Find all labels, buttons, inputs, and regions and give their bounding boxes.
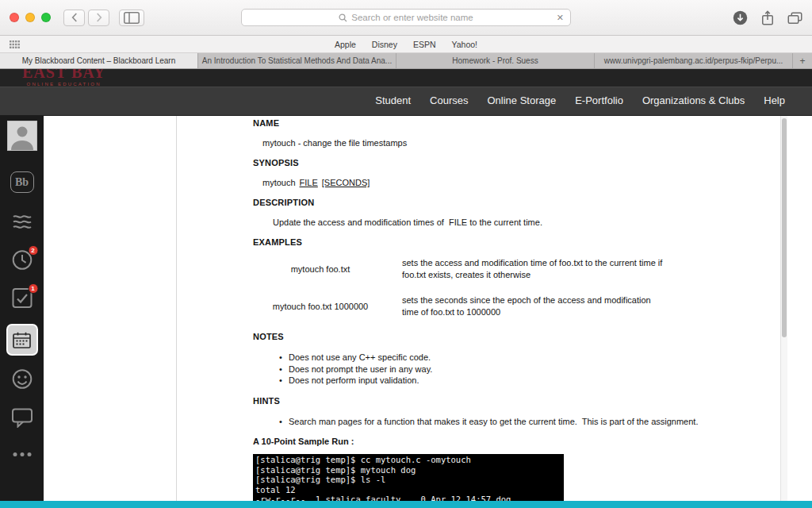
downloads-button[interactable] [733,10,748,25]
sidebar-item-people[interactable] [11,368,33,390]
clock-badge: 2 [28,245,38,256]
tasks-badge: 1 [28,283,38,294]
share-icon [761,10,774,25]
bookmark-yahoo[interactable]: Yahoo! [452,40,478,49]
sidebar-item-calendar[interactable] [6,324,38,356]
terminal-screenshot: [stalica@trig temp]$ cc mytouch.c -omyto… [253,450,564,506]
description-heading: DESCRIPTION [253,198,740,207]
example-row: mytouch foo.txt 1000000 sets the seconds… [261,294,740,318]
toolbar-actions [733,0,802,36]
grid-icon [10,40,20,48]
content-scrollbar[interactable] [780,116,787,508]
chevron-left-icon [71,13,78,22]
avatar[interactable] [7,121,37,151]
blackboard-header: EAST BAY ONLINE EDUCATION Student Course… [0,69,812,116]
synopsis-heading: SYNOPSIS [253,158,740,167]
assignment-document: NAME mytouch - change the file timestamp… [176,116,787,508]
synopsis-arg-seconds: [SECONDS] [322,178,370,187]
chevron-right-icon [96,13,102,22]
nav-e-portfolio[interactable]: E-Portfolio [575,94,623,106]
bookmark-disney[interactable]: Disney [372,40,397,49]
nav-student[interactable]: Student [375,94,411,106]
terminal-line: [stalica@trig temp]$ ls -l [255,475,564,485]
sidebar-item-tasks[interactable]: 1 [11,287,33,309]
search-icon [339,13,347,22]
terminal-line: [stalica@trig temp]$ cc mytouch.c -omyto… [255,455,564,465]
browser-toolbar: Search or enter website name ✕ [0,0,812,36]
clear-button[interactable]: ✕ [557,13,564,23]
example-command: mytouch foo.txt 1000000 [261,302,380,311]
notes-heading: NOTES [253,332,740,341]
examples-table: mytouch foo.txt sets the access and modi… [253,257,740,318]
name-body: mytouch - change the file timestamps [262,138,740,148]
terminal-line: [stalica@trig temp]$ mytouch dog [255,465,564,475]
sidebar-icon [124,12,140,24]
bookmark-apple[interactable]: Apple [335,40,356,49]
synopsis-command: mytouch [262,178,296,187]
download-icon [733,10,748,25]
calendar-selected-box [6,324,38,356]
activity-stream-icon [12,213,33,230]
tab-blackboard-content[interactable]: My Blackboard Content – Blackboard Learn [0,53,198,68]
sidebar-item-bb-home[interactable]: Bb [10,171,34,193]
nav-organizations-clubs[interactable]: Organizations & Clubs [642,94,745,106]
tab-statistical-methods[interactable]: An Introduction To Statistical Methods A… [198,53,396,68]
safari-window: Search or enter website name ✕ Apple Dis… [0,0,812,508]
window-controls [10,13,51,22]
bookmark-espn[interactable]: ESPN [413,40,436,49]
hints-heading: HINTS [253,396,740,406]
nav-courses[interactable]: Courses [430,94,468,106]
tab-homework[interactable]: Homework - Prof. Suess [396,53,595,68]
name-heading: NAME [253,118,740,128]
sidebar-item-activity-stream[interactable] [12,213,33,230]
sidebar-item-recent-activity[interactable]: 2 [11,249,33,271]
bottom-teal-bar [0,501,812,508]
examples-heading: EXAMPLES [253,237,740,247]
minimize-button[interactable] [25,13,35,22]
address-placeholder: Search or enter website name [351,13,473,22]
tab-overview-button[interactable] [787,12,802,25]
smiley-icon [11,368,33,390]
nav-buttons [63,10,109,26]
new-tab-button[interactable]: + [793,53,812,68]
hints-list: Search man pages for a function that mak… [278,416,740,428]
bookmarks-bar: Apple Disney ESPN Yahoo! [0,36,812,53]
list-item: Does not use any C++ specific code. [278,352,740,364]
calendar-icon [13,332,31,348]
forward-button[interactable] [88,10,109,26]
notes-list: Does not use any C++ specific code. Does… [278,352,740,387]
main-navigation: Student Courses Online Storage E-Portfol… [375,94,785,106]
frequently-visited-button[interactable] [10,40,20,48]
list-item: Does not perform input validation. [278,375,740,387]
example-description: sets the access and modification time of… [402,257,667,280]
example-description: sets the seconds since the epoch of the … [402,294,667,318]
nav-online-storage[interactable]: Online Storage [487,94,556,106]
back-button[interactable] [63,10,85,26]
description-body: Update the access and modification times… [273,217,740,227]
synopsis-body: mytouchFILE[SECONDS] [262,178,740,187]
ellipsis-icon [13,452,17,456]
tab-bar: My Blackboard Content – Blackboard Learn… [0,53,812,69]
nav-help[interactable]: Help [764,94,785,106]
sidebar-item-more[interactable] [13,452,31,456]
content-area: NAME mytouch - change the file timestamp… [44,116,812,508]
close-button[interactable] [10,13,19,22]
sidebar-item-messages[interactable] [11,408,33,428]
scrollbar-thumb[interactable] [782,118,787,337]
tabs-icon [787,12,802,25]
address-bar[interactable]: Search or enter website name ✕ [241,9,571,26]
example-command: mytouch foo.txt [261,264,380,274]
blackboard-logo-icon: Bb [10,171,34,193]
share-button[interactable] [761,10,774,25]
terminal-line: total 12 [255,485,564,495]
page-body: Bb 2 1 [0,116,812,508]
list-item: Does not prompt the user in any way. [278,364,740,375]
synopsis-arg-file: FILE [300,178,318,187]
zoom-button[interactable] [41,13,51,22]
user-photo-icon [8,121,36,150]
chat-bubble-icon [11,408,33,428]
list-item: Search man pages for a function that mak… [278,416,740,428]
tab-univpgri[interactable]: www.univpgri-palembang.ac.id/perpus-fkip… [595,53,793,68]
logo-text: EAST BAY [22,69,105,81]
sidebar-toggle-button[interactable] [119,10,144,26]
